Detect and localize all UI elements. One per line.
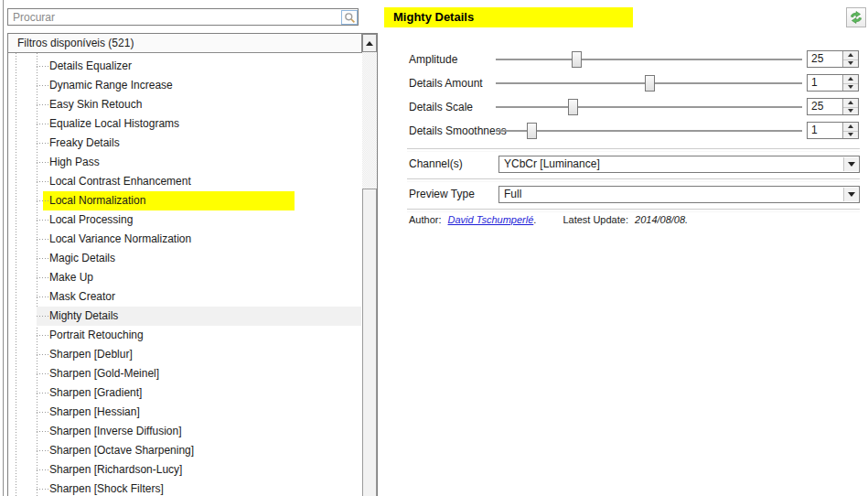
triangle-up-icon [848,101,853,104]
spin-value[interactable]: 1 [811,75,818,91]
filter-item-selected[interactable]: Mighty Details [8,307,361,326]
spin-value[interactable]: 25 [811,51,823,67]
slider-row-details-smoothness: Details Smoothness 1 [407,122,860,140]
details-amount-slider[interactable] [496,74,802,92]
slider-handle[interactable] [568,99,578,115]
amplitude-spinbox[interactable]: 25 [807,50,859,68]
tree-branch-icon [37,393,48,394]
slider-track [496,106,802,108]
refresh-button[interactable] [846,7,866,27]
filter-item[interactable]: Sharpen [Inverse Diffusion] [8,422,361,441]
slider-handle[interactable] [572,51,582,68]
slider-handle[interactable] [527,123,537,139]
tree-branch-icon [37,335,48,336]
slider-handle[interactable] [645,75,655,92]
dropdown-arrow-button[interactable] [843,188,858,201]
tree-branch-icon [37,181,48,182]
filter-item[interactable]: Details Equalizer [8,57,361,76]
spin-value[interactable]: 1 [811,123,818,138]
spin-buttons [842,75,858,91]
separator [407,178,860,182]
filter-name: Mighty Details [49,307,118,326]
author-label: Author: [409,214,441,225]
filter-name: Local Normalization [49,191,145,210]
triangle-down-icon [848,85,853,89]
filter-name: Make Up [49,268,93,287]
filter-item[interactable]: Sharpen [Gold-Meinel] [8,364,361,383]
filter-item[interactable]: Portrait Retouching [8,326,361,345]
filter-name: Details Equalizer [49,57,132,76]
spin-down-button[interactable] [843,131,858,139]
filter-item-highlighted[interactable]: Local Normalization [8,191,361,210]
scrollbar-up-button[interactable] [362,34,377,52]
filter-item[interactable]: Sharpen [Gradient] [8,383,361,403]
slider-row-amplitude: Amplitude 25 [407,50,860,69]
filter-name: Sharpen [Richardson-Lucy] [49,460,182,480]
filter-item[interactable]: Sharpen [Octave Sharpening] [8,441,361,460]
search-input[interactable] [7,8,359,26]
filter-item[interactable]: Sharpen [Deblur] [8,345,361,364]
filter-item[interactable]: Local Contrast Enhancement [8,172,361,191]
tree-branch-icon [37,489,48,490]
preview-type-dropdown[interactable]: Full [498,186,860,203]
tree-branch-icon [37,431,48,432]
filter-name: Freaky Details [49,134,120,153]
filter-name: Portrait Retouching [49,326,144,345]
spin-down-button[interactable] [843,83,858,92]
dropdown-selected-value: YCbCr [Luminance] [504,156,600,172]
author-link[interactable]: David Tschumperlé [448,214,534,225]
scrollbar-thumb[interactable] [362,189,377,496]
dropdown-arrow-button[interactable] [843,157,858,171]
refresh-icon [849,10,863,25]
filter-name: Equalize Local Histograms [49,114,179,134]
filter-item[interactable]: High Pass [8,153,361,172]
chevron-down-icon [848,162,855,167]
triangle-up-icon [848,77,853,81]
triangle-down-icon [848,109,853,113]
param-label: Details Amount [409,74,483,92]
details-scale-spinbox[interactable]: 25 [807,98,859,115]
filter-item[interactable]: Mask Creator [8,287,361,307]
spin-down-button[interactable] [843,107,858,115]
tree-branch-icon [37,412,48,413]
amplitude-slider[interactable] [496,50,802,69]
filter-name: Local Processing [49,210,133,230]
filter-name: Sharpen [Deblur] [49,345,133,364]
filter-name: Magic Details [49,249,115,268]
filter-name: Sharpen [Octave Sharpening] [49,441,194,460]
filter-list-header[interactable]: Filtros disponíveis (521) [8,34,362,53]
filter-item[interactable]: Freaky Details [8,134,361,153]
filter-item[interactable]: Sharpen [Richardson-Lucy] [8,460,361,480]
spin-value[interactable]: 25 [811,99,823,114]
filter-item[interactable]: Local Variance Normalization [8,230,361,249]
list-scrollbar[interactable] [362,34,377,496]
channels-dropdown[interactable]: YCbCr [Luminance] [498,156,860,173]
latest-update-value: 2014/08/08. [635,214,688,225]
tree-branch-icon [37,239,48,240]
tree-branch-icon [37,104,48,105]
details-scale-slider[interactable] [496,98,802,116]
details-smoothness-spinbox[interactable]: 1 [807,122,859,139]
tree-branch-icon [37,66,48,67]
filter-item[interactable]: Local Processing [8,210,361,230]
filter-item[interactable]: Easy Skin Retouch [8,95,361,114]
details-smoothness-slider[interactable] [496,122,802,140]
filter-item[interactable]: Sharpen [Shock Filters] [8,480,361,496]
tree-branch-icon [37,162,48,163]
filter-name: Sharpen [Hessian] [49,403,140,422]
triangle-up-icon [848,53,853,57]
separator [407,148,860,152]
search-button[interactable] [341,10,358,25]
details-amount-spinbox[interactable]: 1 [807,74,859,92]
tree-branch-icon [37,469,48,470]
param-label: Amplitude [409,50,457,69]
filter-item[interactable]: Magic Details [8,249,361,268]
filter-item[interactable]: Equalize Local Histograms [8,114,361,134]
filter-item[interactable]: Sharpen [Hessian] [8,403,361,422]
filter-item[interactable]: Dynamic Range Increase [8,76,361,95]
param-label: Details Scale [409,98,473,116]
spin-down-button[interactable] [843,59,858,68]
filter-item[interactable]: Make Up [8,268,361,287]
tree-branch-icon [37,143,48,144]
filter-name: Sharpen [Gold-Meinel] [49,364,159,383]
